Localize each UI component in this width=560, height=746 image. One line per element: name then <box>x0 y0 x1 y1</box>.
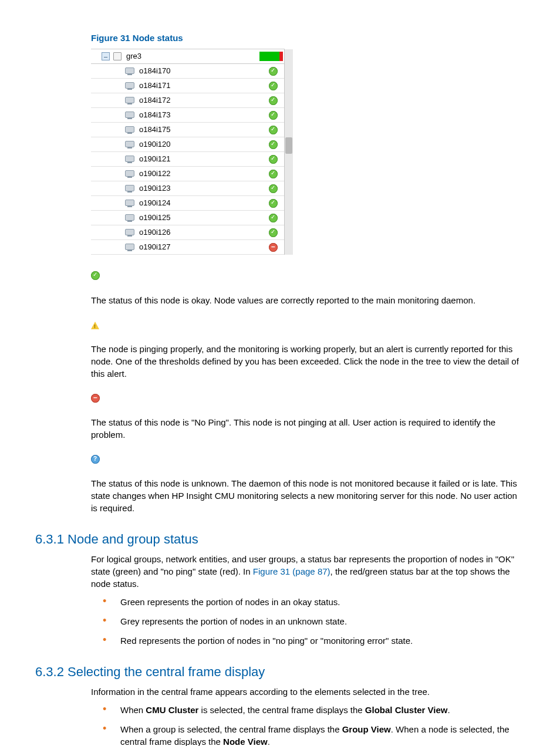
err-icon <box>91 394 100 403</box>
tree-node-row[interactable]: o190i125 <box>91 211 285 225</box>
tree-node-row[interactable]: o190i122 <box>91 167 285 181</box>
figure-caption: Figure 31 Node status <box>91 32 525 44</box>
legend-ok-text: The status of this node is okay. Node va… <box>91 294 525 306</box>
section-631-intro: For logical groups, network entities, an… <box>91 553 525 590</box>
list-item: Red represents the portion of nodes in "… <box>103 634 525 647</box>
figure-link[interactable]: Figure 31 (page 87) <box>253 566 330 576</box>
status-cell <box>242 82 285 90</box>
err-icon <box>269 243 278 252</box>
legend-unk-icon <box>91 455 525 467</box>
node-label: o190i123 <box>139 183 242 194</box>
warn-icon <box>91 322 99 329</box>
node-label: o190i121 <box>139 154 242 164</box>
list-item: Grey represents the portion of nodes in … <box>103 615 525 627</box>
section-632-bullets: When CMU Cluster is selected, the centra… <box>103 704 525 746</box>
ok-icon <box>269 140 278 149</box>
ok-icon <box>269 214 278 222</box>
tree-group-row[interactable]: – gre3 <box>91 49 285 64</box>
status-cell <box>242 170 285 178</box>
status-cell <box>242 243 285 252</box>
node-label: o184i171 <box>139 80 242 91</box>
collapse-icon[interactable]: – <box>102 52 110 60</box>
scrollbar-thumb[interactable] <box>285 137 292 154</box>
status-cell <box>242 214 285 222</box>
status-cell <box>242 96 285 105</box>
server-icon <box>125 229 134 236</box>
legend-err-icon <box>91 394 525 406</box>
server-icon <box>125 170 134 177</box>
node-tree: – gre3 o184i170o184i171o184i172o184i173o… <box>91 49 285 255</box>
tree-node-row[interactable]: o184i172 <box>91 93 285 108</box>
status-cell <box>242 199 285 208</box>
server-icon <box>125 112 134 119</box>
section-632-intro: Information in the central frame appears… <box>91 686 525 698</box>
tree-node-row[interactable]: o190i126 <box>91 225 285 240</box>
ok-icon <box>269 111 278 120</box>
tree-node-row[interactable]: o190i120 <box>91 137 285 152</box>
tree-node-row[interactable]: o190i127 <box>91 240 285 255</box>
ok-icon <box>91 271 100 280</box>
server-icon <box>125 185 134 192</box>
section-631-bullets: Green represents the portion of nodes in… <box>103 596 525 647</box>
node-label: o190i127 <box>139 242 242 252</box>
node-label: o190i126 <box>139 227 242 238</box>
status-bar-red <box>279 52 283 61</box>
status-cell <box>242 140 285 149</box>
ok-icon <box>269 228 278 237</box>
ok-icon <box>269 67 278 76</box>
list-item: When a group is selected, the central fr… <box>103 723 525 746</box>
group-label: gre3 <box>125 51 259 62</box>
list-item: Green represents the portion of nodes in… <box>103 596 525 608</box>
node-label: o184i172 <box>139 95 242 106</box>
legend-ok-icon <box>91 271 525 283</box>
node-label: o190i124 <box>139 198 242 208</box>
tree-node-row[interactable]: o184i173 <box>91 108 285 123</box>
ok-icon <box>269 96 278 105</box>
server-icon <box>125 141 134 148</box>
legend-warn-text: The node is pinging properly, and the mo… <box>91 343 525 380</box>
legend-warn-icon <box>91 320 525 332</box>
tree-node-row[interactable]: o190i124 <box>91 196 285 211</box>
list-item: When CMU Cluster is selected, the centra… <box>103 704 525 716</box>
node-label: o190i125 <box>139 212 242 223</box>
ok-icon <box>269 126 278 134</box>
server-icon <box>125 126 134 133</box>
node-label: o184i173 <box>139 110 242 120</box>
tree-node-row[interactable]: o184i175 <box>91 123 285 137</box>
ok-icon <box>269 82 278 90</box>
server-icon <box>125 67 134 75</box>
node-label: o184i170 <box>139 66 242 76</box>
legend-unk-text: The status of this node is unknown. The … <box>91 477 525 514</box>
status-cell <box>242 126 285 134</box>
node-label: o190i120 <box>139 139 242 150</box>
legend-err-text: The status of this node is "No Ping". Th… <box>91 416 525 441</box>
node-label: o184i175 <box>139 124 242 135</box>
status-cell <box>242 228 285 237</box>
status-cell <box>242 111 285 120</box>
tree-node-row[interactable]: o184i171 <box>91 79 285 93</box>
server-icon <box>125 214 134 221</box>
tree-node-row[interactable]: o184i170 <box>91 64 285 79</box>
tree-node-row[interactable]: o190i123 <box>91 181 285 196</box>
folder-icon <box>113 52 122 60</box>
unk-icon <box>91 455 100 464</box>
ok-icon <box>269 184 278 193</box>
status-cell <box>242 67 285 76</box>
server-icon <box>125 200 134 207</box>
scrollbar[interactable] <box>284 49 293 255</box>
ok-icon <box>269 155 278 164</box>
server-icon <box>125 244 134 251</box>
server-icon <box>125 82 134 89</box>
server-icon <box>125 156 134 163</box>
ok-icon <box>269 199 278 208</box>
status-cell <box>242 155 285 164</box>
section-632-title: 6.3.2 Selecting the central frame displa… <box>35 663 525 681</box>
server-icon <box>125 97 134 104</box>
status-bar <box>259 52 283 61</box>
tree-node-row[interactable]: o190i121 <box>91 152 285 167</box>
section-631-title: 6.3.1 Node and group status <box>35 531 525 548</box>
node-label: o190i122 <box>139 168 242 179</box>
ok-icon <box>269 170 278 178</box>
status-cell <box>242 184 285 193</box>
